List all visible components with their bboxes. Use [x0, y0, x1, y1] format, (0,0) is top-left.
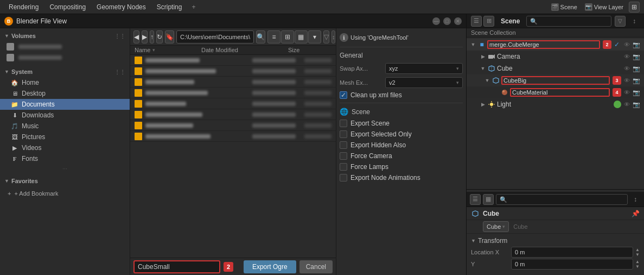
force-camera-checkbox[interactable]	[340, 152, 347, 160]
tree-item-light[interactable]: ▶ Light 👁 📷	[467, 98, 644, 110]
file-list[interactable]	[130, 55, 336, 258]
file-row[interactable]	[130, 55, 336, 66]
favorites-section-header[interactable]: ▼ Favorites	[0, 176, 130, 186]
tree-expand-cubebig[interactable]: ▼	[484, 77, 490, 84]
workspace-settings-btn[interactable]: ⊞	[629, 2, 640, 12]
cubematerial-eye-action[interactable]: 👁	[622, 88, 631, 97]
camera-eye-action[interactable]: 👁	[622, 52, 631, 61]
file-row[interactable]	[130, 120, 336, 131]
rp-bottom-filter-btn[interactable]: ↕	[630, 194, 641, 205]
sidebar-item-music[interactable]: 🎵 Music	[0, 121, 130, 132]
sidebar-item-pictures[interactable]: 🖼 Pictures	[0, 132, 130, 142]
menu-compositing[interactable]: Compositing	[45, 2, 90, 12]
cancel-button[interactable]: Cancel	[299, 260, 333, 273]
cubebig-camera-action[interactable]: 📷	[632, 76, 641, 85]
bookmark-button[interactable]: 🔖	[165, 30, 174, 43]
path-bar[interactable]: C:\Users\oem\Documents\	[176, 30, 254, 43]
transform-header[interactable]: ▼ Transform	[471, 236, 640, 246]
add-workspace-button[interactable]: +	[188, 2, 199, 12]
close-button[interactable]: ✕	[454, 17, 462, 25]
sidebar-item-fonts[interactable]: F Fonts	[0, 153, 130, 164]
tree-item-merge-cubemerge[interactable]: ▼ ■ merge.CubeMerge 2 ✓ 👁 📷	[467, 39, 644, 51]
system-section-header[interactable]: ▼ System ⋮⋮	[0, 66, 130, 77]
menu-rendering[interactable]: Rendering	[4, 2, 43, 12]
file-row[interactable]	[130, 131, 336, 142]
light-camera-action[interactable]: 📷	[632, 100, 641, 109]
list-view-button[interactable]: ≡	[267, 30, 280, 43]
filter-button[interactable]: ▽	[323, 30, 329, 43]
swap-axes-dropdown[interactable]: xyz ▾	[385, 63, 463, 74]
op-export-scene-row[interactable]: Export Scene	[340, 119, 463, 128]
sidebar-item-documents[interactable]: 📁 Documents	[0, 99, 130, 110]
mesh-export-dropdown[interactable]: v2 ▾	[385, 77, 463, 88]
sort-button[interactable]: ↕	[331, 30, 336, 43]
location-x-value[interactable]: 0 m	[511, 247, 633, 258]
op-export-anim-row[interactable]: Export Node Animations	[340, 173, 463, 182]
add-bookmark-button[interactable]: + + Add Bookmark	[4, 189, 125, 198]
volume-item-1[interactable]	[0, 41, 130, 52]
cube-camera-action[interactable]: 📷	[632, 64, 641, 73]
file-row[interactable]	[130, 109, 336, 120]
minimize-button[interactable]: —	[432, 17, 440, 25]
rp-sync-btn[interactable]: ↕	[629, 16, 640, 27]
view-dropdown[interactable]: ▾	[308, 30, 321, 43]
export-scene-checkbox[interactable]	[340, 120, 347, 127]
location-y-value[interactable]: 0 m	[511, 259, 633, 270]
cleanup-checkbox[interactable]: ✓	[340, 91, 347, 99]
maximize-button[interactable]: □	[443, 17, 451, 25]
tree-item-cubematerial[interactable]: CubeMaterial 4 👁 📷	[467, 86, 644, 98]
volume-item-2[interactable]	[0, 52, 130, 63]
file-row[interactable]	[130, 88, 336, 98]
force-lamps-checkbox[interactable]	[340, 163, 347, 171]
sidebar-item-videos[interactable]: ▶ Videos	[0, 142, 130, 153]
file-row[interactable]	[130, 66, 336, 77]
icon-view-button[interactable]: ▦	[295, 30, 308, 43]
search-button[interactable]: 🔍	[256, 30, 265, 43]
tree-expand-merge[interactable]: ▼	[470, 41, 476, 48]
rp-view-btn[interactable]: ⊞	[483, 16, 494, 27]
stepper-down[interactable]: ▼	[635, 252, 640, 257]
cube-eye-action[interactable]: 👁	[622, 64, 631, 73]
tree-item-camera[interactable]: ▶ Camera 👁 📷	[467, 51, 644, 62]
merge-eye-action[interactable]: 👁	[622, 40, 631, 49]
rp-menu-btn[interactable]: ☰	[471, 16, 482, 27]
forward-button[interactable]: ▶	[142, 30, 148, 43]
export-selected-checkbox[interactable]	[340, 130, 347, 138]
menu-geometry-nodes[interactable]: Geometry Nodes	[92, 2, 150, 12]
rp-filter-btn[interactable]: ▽	[615, 16, 626, 27]
stepper-up[interactable]: ▲	[635, 247, 640, 252]
stepper-y-up[interactable]: ▲	[635, 259, 640, 264]
file-row[interactable]	[130, 77, 336, 88]
cubematerial-camera-action[interactable]: 📷	[632, 88, 641, 97]
export-hidden-checkbox[interactable]	[340, 141, 347, 149]
rp-bottom-search[interactable]	[496, 194, 628, 205]
volumes-section-header[interactable]: ▼ Volumes ⋮⋮	[0, 30, 130, 41]
rp-bottom-menu-btn[interactable]: ☰	[470, 194, 481, 205]
refresh-button[interactable]: ↻	[156, 30, 163, 43]
scene-outliner[interactable]: ▼ ■ merge.CubeMerge 2 ✓ 👁 📷 ▶	[467, 38, 644, 189]
props-mode-selector[interactable]: Cube ▾ Cube	[483, 221, 640, 232]
merge-camera-action[interactable]: 📷	[632, 40, 641, 49]
sidebar-item-home[interactable]: 🏠 Home	[0, 77, 130, 88]
stepper-y-down[interactable]: ▼	[635, 264, 640, 269]
filename-input[interactable]	[133, 260, 220, 273]
rp-bottom-mode-btn[interactable]: ▦	[483, 194, 494, 205]
tree-item-cube[interactable]: ▼ Cube 👁 📷	[467, 62, 644, 74]
cubebig-eye-action[interactable]: 👁	[622, 76, 631, 85]
tree-expand-camera[interactable]: ▶	[480, 53, 486, 60]
op-export-selected-row[interactable]: Export Selected Only	[340, 130, 463, 139]
sidebar-item-downloads[interactable]: ⬇ Downloads	[0, 110, 130, 121]
back-button[interactable]: ◀	[133, 30, 139, 43]
camera-camera-action[interactable]: 📷	[632, 52, 641, 61]
sidebar-item-desktop[interactable]: 🖥 Desktop	[0, 88, 130, 99]
tree-item-cubebig[interactable]: ▼ CubeBig 3 👁 📷	[467, 74, 644, 86]
op-cleanup-row[interactable]: ✓ Clean up xml files	[340, 91, 463, 99]
tree-expand-cube[interactable]: ▼	[480, 65, 486, 72]
export-anim-checkbox[interactable]	[340, 174, 347, 182]
op-force-camera-row[interactable]: Force Camera	[340, 152, 463, 160]
file-row[interactable]	[130, 98, 336, 109]
rp-scene-search[interactable]	[526, 16, 611, 27]
grid-view-button[interactable]: ⊞	[281, 30, 294, 43]
props-pin-btn[interactable]: 📌	[631, 209, 640, 218]
export-button[interactable]: Export Ogre	[244, 260, 296, 273]
